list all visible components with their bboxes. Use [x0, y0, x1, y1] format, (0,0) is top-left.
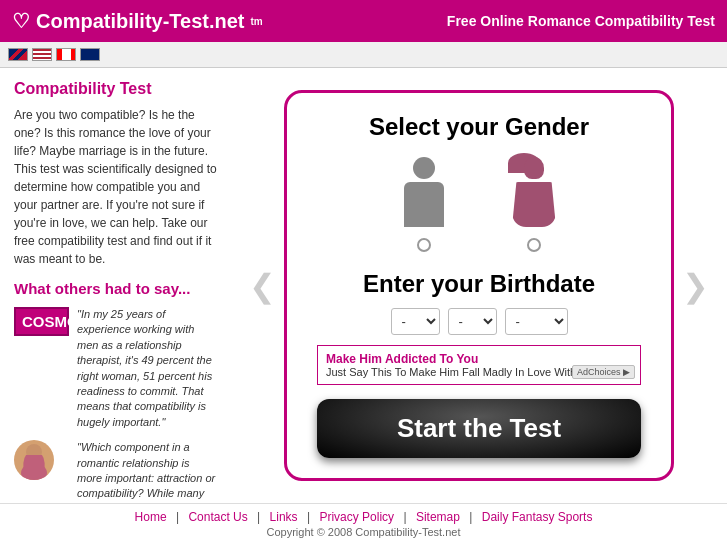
prev-arrow[interactable]: ❮	[241, 267, 284, 305]
copyright: Copyright © 2008 Compatibility-Test.net	[6, 526, 721, 538]
others-heading: What others had to say...	[14, 280, 217, 297]
female-silhouette	[504, 157, 564, 232]
footer: Home | Contact Us | Links | Privacy Poli…	[0, 503, 727, 545]
year-select[interactable]: - 200820001990 1980197019601950	[505, 308, 568, 335]
gender-options	[394, 157, 564, 252]
female-head	[524, 157, 544, 179]
logo-text: Compatibility-Test.net	[36, 10, 245, 33]
female-radio[interactable]	[527, 238, 541, 252]
header-tagline: Free Online Romance Compatibility Test	[447, 13, 715, 29]
woman-icon	[14, 440, 54, 480]
male-body	[404, 182, 444, 227]
ad-headline: Make Him Addicted To You	[326, 352, 632, 366]
male-head	[413, 157, 435, 179]
cosmo-logo: COSMO	[14, 307, 69, 336]
ad-box: Make Him Addicted To You Just Say This T…	[317, 345, 641, 385]
male-silhouette	[394, 157, 454, 232]
test-card: Select your Gender	[284, 90, 674, 481]
day-select[interactable]: - 12345 678910 1112131415 1617181920 212…	[448, 308, 497, 335]
footer-link-links[interactable]: Links	[270, 510, 298, 524]
female-body	[512, 182, 556, 227]
next-arrow[interactable]: ❯	[674, 267, 717, 305]
footer-links: Home | Contact Us | Links | Privacy Poli…	[6, 510, 721, 524]
start-test-button[interactable]: Start the Test	[317, 399, 641, 458]
logo-tm: tm	[251, 16, 263, 27]
footer-link-sitemap[interactable]: Sitemap	[416, 510, 460, 524]
main-content: Compatibility Test Are you two compatibl…	[0, 68, 727, 503]
cosmo-testimonial-text: "In my 25 years of experience working wi…	[77, 307, 217, 430]
birthdate-title: Enter your Birthdate	[363, 270, 595, 298]
flag-ca-icon[interactable]	[56, 48, 76, 61]
female-option[interactable]	[504, 157, 564, 252]
left-panel: Compatibility Test Are you two compatibl…	[0, 68, 231, 503]
month-select[interactable]: - 123 456 789 101112	[391, 308, 440, 335]
flag-us-icon[interactable]	[32, 48, 52, 61]
heart-icon: ♡	[12, 9, 30, 33]
testimonial-cosmo: COSMO "In my 25 years of experience work…	[14, 307, 217, 430]
birthdate-selects: - 123 456 789 101112 - 12345 678910 1112…	[391, 308, 568, 335]
flag-au-icon[interactable]	[80, 48, 100, 61]
male-option[interactable]	[394, 157, 454, 252]
right-panel: ❮ Select your Gender	[231, 68, 727, 503]
cosmo-box: COSMO	[14, 307, 69, 336]
header: ♡ Compatibility-Test.nettm Free Online R…	[0, 0, 727, 42]
footer-link-contact[interactable]: Contact Us	[188, 510, 247, 524]
footer-link-fantasy[interactable]: Daily Fantasy Sports	[482, 510, 593, 524]
logo-area: ♡ Compatibility-Test.nettm	[12, 9, 263, 33]
gender-title: Select your Gender	[369, 113, 589, 141]
footer-link-privacy[interactable]: Privacy Policy	[319, 510, 394, 524]
testimonial-woman: "Which component in a romantic relations…	[14, 440, 217, 503]
footer-link-home[interactable]: Home	[135, 510, 167, 524]
flag-uk-icon[interactable]	[8, 48, 28, 61]
woman-testimonial-text: "Which component in a romantic relations…	[77, 440, 217, 503]
section-title: Compatibility Test	[14, 80, 217, 98]
ad-choices[interactable]: AdChoices ▶	[572, 365, 635, 379]
intro-text: Are you two compatible? Is he the one? I…	[14, 106, 217, 268]
card-wrapper: ❮ Select your Gender	[241, 90, 717, 481]
flag-bar	[0, 42, 727, 68]
male-radio[interactable]	[417, 238, 431, 252]
woman-logo	[14, 440, 69, 480]
